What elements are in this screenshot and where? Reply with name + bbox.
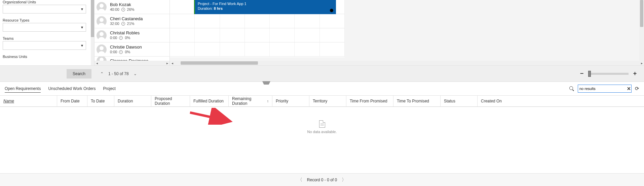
zoom-in-button[interactable]: + [632,70,638,77]
col-to-date[interactable]: To Date [87,96,114,106]
resource-name: Christie Dawson [110,44,142,50]
page-prev-icon[interactable]: ⌃ [100,71,104,76]
tab-unscheduled-work-orders[interactable]: Unscheduled Work Orders [48,85,96,92]
booking-handle-icon[interactable] [330,9,333,12]
schedule-board[interactable]: Project - For Find Work App 1 Duration: … [170,0,644,65]
clock-icon [119,36,123,40]
col-remaining-duration[interactable]: Remaining Duration↑ [229,96,272,106]
col-duration[interactable]: Duration [114,96,151,106]
pager-next-icon[interactable]: 〉 [342,177,346,183]
col-from-date[interactable]: From Date [57,96,87,106]
tab-project[interactable]: Project [103,85,116,92]
chevron-down-icon: ▾ [81,43,83,48]
clock-icon [121,8,125,11]
clear-search-icon[interactable]: ✕ [626,86,632,91]
sidebar-scrollbar[interactable] [91,0,94,65]
col-territory[interactable]: Territory [309,96,346,106]
col-time-to-promised[interactable]: Time To Promised [393,96,441,106]
record-pager: 〈 Record 0 - 0 of 0 〉 [0,173,644,186]
avatar-icon [97,44,107,55]
calendar-hscroll[interactable]: ◂ ▸ [170,61,644,65]
col-proposed-duration[interactable]: Proposed Duration [151,96,190,106]
chevron-down-icon: ▾ [81,7,83,11]
grid-search-box[interactable]: ✕ [578,85,632,93]
resource-list: Bob Kozak 40:0026% Cheri Castaneda 32:00… [94,0,170,65]
filter-label-business-units: Business Units [3,55,91,59]
resource-row[interactable]: Cheri Castaneda 32:0021% [94,14,169,28]
filter-select-resource-types[interactable]: ▾ [3,23,86,32]
col-time-from-promised[interactable]: Time From Promised [346,96,393,106]
scroll-right-icon[interactable]: ▸ [639,61,644,65]
refresh-icon[interactable]: ⟳ [635,86,639,92]
resource-row[interactable]: Bob Kozak 40:0026% [94,0,169,14]
filter-label-teams: Teams [3,36,91,40]
page-next-icon[interactable]: ⌄ [134,71,137,76]
filter-label-resource-types: Resource Types [3,18,91,22]
resource-hscroll[interactable]: ◂ ▸ [94,61,169,65]
filter-select-org-units[interactable]: ▾ [3,5,86,13]
pager-prev-icon[interactable]: 〈 [298,177,302,183]
clock-icon [121,22,125,26]
search-icon[interactable] [569,86,574,91]
col-status[interactable]: Status [441,96,478,106]
document-icon [319,120,325,128]
col-priority[interactable]: Priority [272,96,309,106]
avatar-icon [97,30,107,40]
resource-row[interactable]: Christal Robles 0:000% [94,28,169,42]
booking-block[interactable]: Project - For Find Work App 1 Duration: … [194,0,336,14]
tab-open-requirements[interactable]: Open Requirements [5,85,41,93]
col-name[interactable]: Name [0,96,57,106]
filter-label-org-units: Organizational Units [3,0,91,4]
no-data-placeholder: No data available. [307,120,337,134]
chevron-down-icon: ▾ [81,25,83,30]
zoom-out-button[interactable]: − [579,70,585,77]
toolbar: Search ⌃ 1 - 50 of 78 ⌄ − + [0,66,644,82]
pager-text: 1 - 50 of 78 [108,71,129,76]
resource-row[interactable]: Christie Dawson 0:000% [94,42,169,57]
search-button[interactable]: Search [67,69,91,79]
booking-title: Project - For Find Work App 1 [198,1,333,6]
scroll-left-icon[interactable]: ◂ [170,61,175,65]
resource-name: Cheri Castaneda [110,16,143,22]
filter-sidebar: Organizational Units ▾ Resource Types ▾ … [0,0,94,65]
record-pager-text: Record 0 - 0 of 0 [307,178,337,182]
grid-search-input[interactable] [579,87,626,91]
avatar-icon [97,2,107,12]
col-created-on[interactable]: Created On [478,96,644,106]
tabs-bar: Open Requirements Unscheduled Work Order… [0,82,644,95]
scroll-left-icon[interactable]: ◂ [94,61,99,65]
grid-body: No data available. [0,107,644,147]
resource-name: Bob Kozak [110,2,135,7]
scroll-right-icon[interactable]: ▸ [165,61,169,65]
calendar-vscroll[interactable] [639,0,644,61]
clock-icon [119,50,123,54]
filter-select-teams[interactable]: ▾ [3,41,86,50]
resource-name: Christal Robles [110,30,140,36]
col-fulfilled-duration[interactable]: Fulfilled Duration [190,96,229,106]
grid-header: Name From Date To Date Duration Proposed… [0,95,644,107]
sort-asc-icon: ↑ [267,99,269,103]
avatar-icon [97,16,107,26]
zoom-slider[interactable] [588,73,629,75]
